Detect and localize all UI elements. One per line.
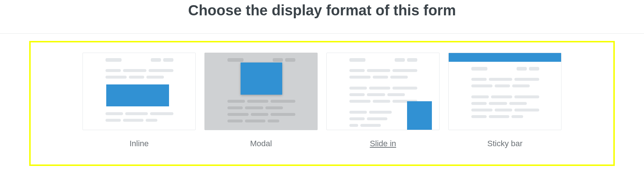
modal-highlight-box-icon	[241, 63, 282, 95]
option-slidein-label: Slide in	[370, 139, 396, 148]
option-slidein[interactable]: Slide in	[326, 53, 440, 148]
option-inline[interactable]: Inline	[83, 53, 196, 148]
option-stickybar[interactable]: Sticky bar	[448, 53, 561, 148]
slidein-highlight-box-icon	[407, 101, 432, 130]
page-title: Choose the display format of this form	[0, 0, 644, 33]
option-inline-label: Inline	[130, 139, 149, 148]
thumb-modal	[204, 53, 318, 130]
thumb-slidein	[326, 53, 440, 130]
thumb-inline	[83, 53, 196, 130]
thumb-stickybar	[448, 53, 561, 130]
stickybar-highlight-bar-icon	[449, 53, 561, 62]
format-options-frame: Inline Modal	[29, 41, 615, 166]
inline-highlight-box-icon	[106, 84, 169, 106]
option-modal[interactable]: Modal	[204, 53, 318, 148]
section-divider	[0, 33, 644, 34]
option-stickybar-label: Sticky bar	[487, 139, 523, 148]
option-modal-label: Modal	[250, 139, 272, 148]
